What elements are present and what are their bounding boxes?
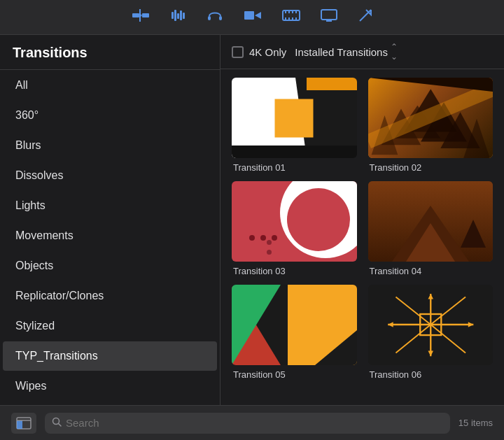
svg-rect-18 <box>288 17 290 20</box>
sidebar-item-replicator[interactable]: Replicator/Clones <box>3 281 217 311</box>
clip-split-icon[interactable] <box>131 8 150 27</box>
video-clips-icon[interactable] <box>243 8 262 27</box>
transition-item-02[interactable]: Transition 02 <box>368 78 493 173</box>
svg-rect-10 <box>208 16 211 20</box>
svg-rect-6 <box>174 10 176 21</box>
svg-rect-20 <box>292 17 293 20</box>
transition-thumb-04 <box>368 181 493 262</box>
transitions-grid: Transition 01 <box>220 69 504 405</box>
transition-label-06: Transition 06 <box>368 369 493 380</box>
search-bar[interactable] <box>45 413 450 434</box>
sidebar-item-wipes[interactable]: Wipes <box>3 371 217 401</box>
search-input[interactable] <box>66 417 443 429</box>
svg-rect-5 <box>172 12 174 19</box>
sidebar-item-all[interactable]: All <box>3 71 217 100</box>
toolbar <box>0 0 504 35</box>
bottom-bar: 15 items <box>0 405 504 440</box>
svg-rect-22 <box>295 17 297 20</box>
svg-rect-16 <box>285 17 286 20</box>
svg-rect-9 <box>183 13 185 19</box>
svg-rect-12 <box>244 11 254 20</box>
chevron-updown-icon: ⌃⌄ <box>391 42 398 62</box>
filter-bar: 4K Only Installed Transitions ⌃⌄ <box>220 35 504 69</box>
svg-rect-19 <box>292 10 293 13</box>
svg-marker-43 <box>468 322 473 327</box>
item-count: 15 items <box>458 418 493 428</box>
installed-transitions-label: Installed Transitions <box>295 46 388 58</box>
screen-icon[interactable] <box>320 8 338 27</box>
sidebar-item-360[interactable]: 360° <box>3 101 217 130</box>
transition-label-04: Transition 04 <box>368 266 493 276</box>
svg-rect-17 <box>288 10 290 13</box>
svg-line-40 <box>396 325 430 353</box>
transition-label-02: Transition 02 <box>368 162 493 173</box>
sidebar: Transitions All 360° Blurs Dissolves Lig… <box>0 35 220 405</box>
svg-rect-23 <box>321 10 337 20</box>
svg-marker-46 <box>428 351 433 357</box>
sidebar-title: Transitions <box>0 35 220 70</box>
sidebar-item-stylized[interactable]: Stylized <box>3 311 217 341</box>
svg-rect-11 <box>219 16 222 20</box>
svg-rect-49 <box>17 420 22 429</box>
search-icon <box>52 417 62 429</box>
diagonal-arrow-icon[interactable] <box>358 8 373 27</box>
svg-rect-21 <box>295 10 297 13</box>
transition-item-04[interactable]: Transition 04 <box>368 181 493 276</box>
4k-only-label: 4K Only <box>249 46 286 58</box>
main-content: Transitions All 360° Blurs Dissolves Lig… <box>0 35 504 405</box>
sidebar-item-movements[interactable]: Movements <box>3 221 217 250</box>
browser-icon-button[interactable] <box>11 413 36 434</box>
transition-label-03: Transition 03 <box>232 266 357 276</box>
transition-thumb-03 <box>232 181 357 262</box>
right-panel: 4K Only Installed Transitions ⌃⌄ Transit… <box>220 35 504 405</box>
svg-marker-13 <box>255 12 261 19</box>
svg-line-26 <box>360 10 371 21</box>
sidebar-item-objects[interactable]: Objects <box>3 251 217 281</box>
svg-marker-44 <box>388 322 393 327</box>
svg-marker-45 <box>428 294 433 299</box>
sidebar-item-lights[interactable]: Lights <box>3 191 217 220</box>
sidebar-list: All 360° Blurs Dissolves Lights Movement… <box>0 70 220 405</box>
svg-line-52 <box>59 424 62 427</box>
transition-thumb-05 <box>232 285 357 365</box>
transition-item-05[interactable]: Transition 05 <box>232 285 357 380</box>
film-strip-icon[interactable] <box>282 8 300 27</box>
transition-item-01[interactable]: Transition 01 <box>232 78 357 173</box>
svg-rect-15 <box>285 10 286 13</box>
svg-marker-4 <box>140 13 142 17</box>
checkbox-box[interactable] <box>232 46 244 58</box>
audio-levels-icon[interactable] <box>170 8 187 27</box>
sidebar-item-blurs[interactable]: Blurs <box>3 131 217 160</box>
svg-line-41 <box>396 297 430 325</box>
svg-line-39 <box>430 297 465 325</box>
sidebar-item-dissolves[interactable]: Dissolves <box>3 161 217 190</box>
transition-label-01: Transition 01 <box>232 162 357 173</box>
transition-label-05: Transition 05 <box>232 369 357 380</box>
sidebar-item-typ[interactable]: TYP_Transitions <box>3 341 217 371</box>
svg-rect-7 <box>177 13 179 19</box>
transition-item-03[interactable]: Transition 03 <box>232 181 357 276</box>
svg-rect-8 <box>180 10 182 20</box>
svg-rect-1 <box>142 13 149 17</box>
transition-item-06[interactable]: Transition 06 <box>368 285 493 380</box>
transition-thumb-02 <box>368 78 493 158</box>
installed-transitions-dropdown[interactable]: Installed Transitions ⌃⌄ <box>295 42 398 62</box>
svg-line-42 <box>430 325 465 353</box>
4k-only-checkbox[interactable]: 4K Only <box>232 46 286 58</box>
headphones-icon[interactable] <box>206 8 223 27</box>
transition-thumb-01 <box>232 78 357 158</box>
transition-thumb-06 <box>368 285 493 365</box>
